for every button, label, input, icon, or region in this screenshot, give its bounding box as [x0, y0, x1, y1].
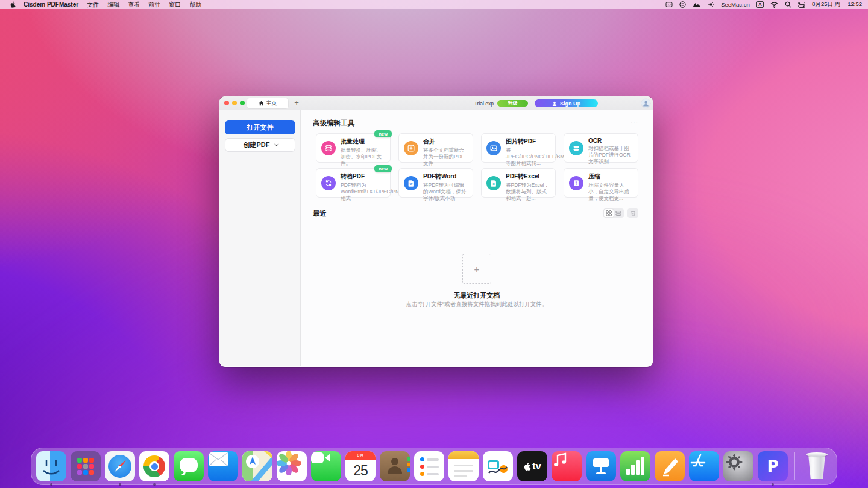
dock-system-settings[interactable] — [723, 451, 753, 481]
menu-window[interactable]: 窗口 — [169, 1, 181, 9]
tools-more-button[interactable]: ··· — [631, 119, 638, 125]
tools-grid: new 批量处理 批量转换、压缩、加密、水印PDF文件。 合并 — [316, 133, 638, 198]
tool-card-image-to-pdf[interactable]: 图片转PDF 将JPEG/JPG/PNG/TIFF/BMP/PSD等图片格式转.… — [481, 133, 556, 163]
close-window-button[interactable] — [224, 101, 229, 105]
avatar-person-icon — [643, 100, 649, 107]
dock-messages[interactable] — [174, 451, 204, 481]
menu-help[interactable]: 帮助 — [189, 1, 201, 9]
dock-keynote[interactable] — [586, 451, 616, 481]
wifi-icon[interactable] — [770, 2, 778, 8]
new-badge: new — [374, 165, 392, 172]
list-view-button[interactable] — [614, 209, 623, 217]
main-content: 高级编辑工具 ··· new 批量处理 批量转换、压缩、加密、水印PDF文件。 — [301, 110, 653, 366]
new-badge: new — [374, 130, 392, 137]
dock-pages[interactable] — [655, 451, 685, 481]
tools-section-title: 高级编辑工具 — [313, 119, 354, 128]
compress-icon — [569, 176, 583, 190]
dock-facetime[interactable] — [311, 451, 341, 481]
upgrade-button[interactable]: 升级 — [497, 100, 528, 107]
dock: 8月 25 tv P — [31, 448, 837, 485]
dock-chrome[interactable] — [139, 451, 169, 481]
dock-safari[interactable] — [105, 451, 135, 481]
view-mode-segmented-control — [603, 208, 624, 218]
tool-card-ocr[interactable]: OCR 对扫描档或基于图片的PDF进行OCR文字识别 — [564, 133, 638, 163]
list-view-icon — [615, 210, 621, 216]
tool-card-merge[interactable]: 合并 将多个文档重新合并为一份新的PDF文件 — [398, 133, 473, 163]
zoom-window-button[interactable] — [240, 101, 245, 105]
dock-finder[interactable] — [36, 451, 66, 481]
vpn-status-label[interactable]: SeeMac.cn — [721, 1, 750, 8]
tool-card-convert-pdf[interactable]: new 转档PDF PDF转档为Word/Html/TXT/JPEG/PNG格式 — [316, 168, 391, 198]
display-mirroring-icon[interactable] — [665, 2, 673, 8]
clear-recent-button[interactable] — [627, 208, 638, 218]
chevron-down-icon — [274, 142, 278, 146]
window-titlebar[interactable]: 主页 + Trial exp 升级 Sign Up — [219, 96, 653, 110]
pdfmaster-window: 主页 + Trial exp 升级 Sign Up 打开文件 创建PDF 高级编… — [219, 96, 653, 367]
minimize-window-button[interactable] — [232, 101, 237, 105]
empty-state-title: 无最近打开文档 — [301, 291, 653, 300]
dock-notes[interactable] — [448, 451, 479, 481]
input-source-switcher[interactable]: A — [756, 1, 764, 8]
tab-home-label: 主页 — [266, 99, 277, 107]
menu-view[interactable]: 查看 — [128, 1, 140, 9]
calendar-month-label: 8月 — [345, 451, 376, 460]
brightness-icon[interactable] — [708, 1, 714, 8]
dock-apple-tv[interactable]: tv — [517, 451, 547, 481]
menu-app-name[interactable]: Cisdem PDFMaster — [24, 1, 78, 8]
dock-separator — [794, 452, 795, 480]
person-icon — [552, 101, 557, 106]
home-icon — [259, 101, 264, 106]
dock-pdfmaster[interactable]: P — [758, 451, 788, 481]
menu-edit[interactable]: 编辑 — [107, 1, 119, 9]
dock-calendar[interactable]: 8月 25 — [345, 451, 376, 481]
appletv-label: tv — [532, 460, 541, 472]
tool-card-batch-process[interactable]: new 批量处理 批量转换、压缩、加密、水印PDF文件。 — [316, 133, 391, 163]
trash-icon — [631, 210, 636, 216]
menu-extra-app-icon[interactable] — [679, 1, 686, 8]
menu-datetime[interactable]: 8月25日 周一 12:52 — [812, 1, 862, 8]
tool-card-pdf-to-word[interactable]: w PDF转Word 将PDF转为可编辑的Word文档，保持字体/版式不动 — [398, 168, 473, 198]
word-doc-icon: w — [404, 176, 418, 190]
drop-target[interactable]: + — [462, 254, 491, 284]
signup-button[interactable]: Sign Up — [535, 99, 598, 107]
tool-card-compress[interactable]: 压缩 压缩文件容量大小，自定义导出质量，使文档更... — [564, 168, 638, 198]
grid-view-button[interactable] — [604, 209, 614, 217]
dock-music[interactable] — [552, 451, 582, 481]
open-file-button[interactable]: 打开文件 — [225, 120, 295, 134]
apple-logo-icon — [523, 462, 531, 471]
menu-go[interactable]: 前往 — [148, 1, 160, 9]
dock-photos[interactable] — [277, 451, 307, 481]
calendar-day-label: 25 — [345, 460, 376, 481]
tab-home[interactable]: 主页 — [247, 98, 288, 108]
account-avatar[interactable] — [641, 99, 650, 108]
dock-numbers[interactable] — [620, 451, 650, 481]
dock-app-store[interactable] — [689, 451, 719, 481]
grid-view-icon — [606, 210, 612, 216]
control-center-icon[interactable] — [798, 2, 805, 8]
dock-launchpad[interactable] — [71, 451, 101, 481]
plus-icon: + — [474, 264, 480, 274]
layers-icon — [321, 141, 336, 155]
dock-trash[interactable] — [802, 451, 832, 481]
dock-reminders[interactable] — [414, 451, 444, 481]
dock-freeform[interactable] — [483, 451, 513, 481]
svg-text:w: w — [409, 182, 413, 186]
merge-icon — [404, 141, 418, 155]
dock-mail[interactable] — [208, 451, 238, 481]
dock-maps[interactable] — [242, 451, 272, 481]
excel-doc-icon: x — [486, 176, 501, 190]
pdfmaster-letter: P — [758, 451, 788, 481]
create-pdf-button[interactable]: 创建PDF — [225, 138, 295, 152]
spotlight-search-icon[interactable] — [785, 1, 791, 8]
trial-status-text: Trial exp — [474, 101, 494, 107]
image-icon — [486, 141, 501, 155]
tool-card-pdf-to-excel[interactable]: x PDF转Excel 将PDF转为Excel，数据将与列、版式和格式一起... — [481, 168, 556, 198]
menu-file[interactable]: 文件 — [87, 1, 99, 9]
sidebar: 打开文件 创建PDF — [219, 110, 301, 366]
apple-menu-icon[interactable] — [10, 1, 16, 8]
empty-state-hint: 点击"打开文件"或者直接将文件拖拽到此处以打开文件。 — [301, 301, 653, 308]
menu-bar: Cisdem PDFMaster 文件 编辑 查看 前往 窗口 帮助 SeeMa… — [0, 0, 868, 9]
mountains-icon[interactable] — [693, 2, 701, 7]
dock-contacts[interactable] — [380, 451, 410, 481]
new-tab-button[interactable]: + — [292, 98, 301, 108]
